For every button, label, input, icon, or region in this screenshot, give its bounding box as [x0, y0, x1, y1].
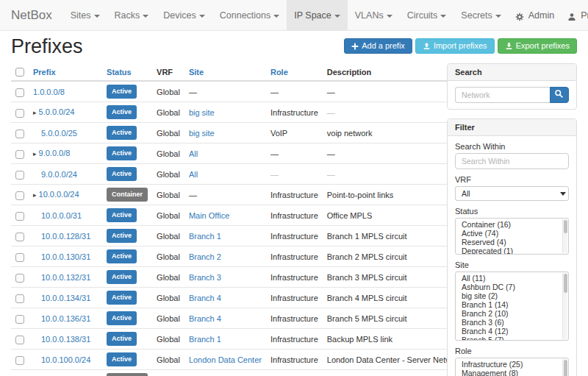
nav-item-vlans[interactable]: VLANs [348, 0, 400, 31]
nav-item-sites[interactable]: Sites [63, 0, 107, 31]
nav-item-circuits[interactable]: Circuits [400, 0, 454, 31]
nav-item-racks[interactable]: Racks [107, 0, 157, 31]
prefix-link[interactable]: 9.0.0.0/8 [39, 149, 71, 157]
row-checkbox[interactable] [15, 88, 24, 97]
table-row: ▸10.0.0.0/24ContainerGlobal—Infrastructu… [11, 185, 467, 205]
list-option[interactable]: Branch 4 (12) [456, 327, 568, 336]
prefix-link[interactable]: 10.0.0.0/24 [39, 190, 79, 199]
list-option[interactable]: Deprecated (1) [456, 246, 568, 255]
list-option[interactable]: Branch 5 (7) [456, 336, 568, 341]
status-badge: Active [107, 270, 137, 284]
site-link[interactable]: Main Office [189, 211, 229, 220]
site-link[interactable]: Branch 3 [189, 273, 221, 282]
list-option[interactable]: All (11) [456, 274, 568, 283]
add-a-prefix-button[interactable]: Add a prefix [344, 38, 412, 54]
status-listbox[interactable]: Container (16)Active (74)Reserved (4)Dep… [455, 218, 569, 255]
prefix-link[interactable]: 1.0.0.0/8 [33, 88, 65, 96]
row-checkbox[interactable] [15, 336, 24, 344]
scrollbar[interactable] [562, 359, 567, 376]
list-option[interactable]: Branch 2 (10) [456, 309, 568, 318]
prefix-link[interactable]: 10.0.0.136/31 [41, 314, 90, 323]
prefix-link[interactable]: 10.0.0.128/31 [41, 232, 90, 241]
prefix-link[interactable]: 10.0.0.130/31 [41, 252, 90, 261]
table-header-row: PrefixStatusVRFSiteRoleDescription [11, 63, 467, 81]
search-button[interactable] [550, 87, 569, 103]
column-sort-link[interactable]: Prefix [33, 68, 56, 77]
prefix-cell: ▸10.0.0.0/24 [29, 185, 102, 205]
list-option[interactable]: Management (8) [456, 369, 568, 376]
scrollbar-thumb[interactable] [564, 220, 567, 233]
status-cell: Active [102, 123, 152, 143]
nav-item-ip-space[interactable]: IP Space [287, 0, 348, 31]
nav-link-admin[interactable]: Admin [509, 0, 561, 30]
expand-arrow-icon: ▸ [33, 191, 37, 199]
column-sort-link[interactable]: Status [107, 68, 132, 77]
row-checkbox[interactable] [15, 212, 24, 221]
prefix-link[interactable]: 10.0.0.134/31 [41, 294, 90, 302]
row-checkbox[interactable] [15, 109, 24, 118]
nav-item-devices[interactable]: Devices [156, 0, 212, 31]
select-all-checkbox[interactable] [15, 68, 24, 77]
scrollbar-thumb[interactable] [564, 360, 567, 376]
import-prefixes-button[interactable]: Import prefixes [415, 38, 495, 54]
list-option[interactable]: big site (2) [456, 291, 568, 300]
site-link[interactable]: Branch 1 [189, 335, 221, 344]
row-checkbox[interactable] [15, 130, 24, 138]
row-checkbox[interactable] [15, 315, 24, 324]
search-input[interactable] [455, 87, 550, 103]
search-within-input[interactable] [455, 153, 569, 169]
row-checkbox-cell [11, 288, 29, 308]
row-checkbox[interactable] [15, 253, 24, 262]
prefix-link[interactable]: 9.0.0.0/24 [41, 170, 77, 179]
nav-item-connections[interactable]: Connections [212, 0, 287, 31]
nav-link-label: Admin [528, 10, 554, 21]
site-link[interactable]: Branch 4 [189, 294, 221, 302]
row-checkbox-cell [11, 267, 29, 288]
scrollbar[interactable] [562, 219, 567, 253]
site-link[interactable]: Branch 1 [189, 232, 221, 241]
row-checkbox[interactable] [15, 191, 24, 200]
site-link[interactable]: big site [189, 129, 215, 138]
site-listbox[interactable]: All (11)Ashburn DC (7)big site (2)Branch… [455, 272, 569, 341]
nav-link-profile[interactable]: Profile [561, 0, 588, 30]
prefix-link[interactable]: 10.0.0.132/31 [41, 273, 90, 282]
row-checkbox-cell [11, 205, 29, 226]
prefix-link[interactable]: 5.0.0.0/25 [41, 129, 77, 138]
row-checkbox-cell [11, 226, 29, 246]
column-sort-link[interactable]: Role [270, 68, 288, 77]
site-link[interactable]: All [189, 170, 198, 179]
role-listbox[interactable]: Infrastructure (25)Management (8)Private… [455, 358, 569, 376]
list-option[interactable]: Infrastructure (25) [456, 360, 568, 369]
prefix-link[interactable]: 10.0.100.0/24 [41, 355, 90, 364]
prefix-link[interactable]: 10.0.0.0/31 [41, 211, 82, 220]
list-option[interactable]: Reserved (4) [456, 238, 568, 246]
site-link[interactable]: All [189, 149, 198, 158]
prefix-link[interactable]: 10.0.0.138/31 [41, 335, 90, 344]
row-checkbox[interactable] [15, 274, 24, 283]
list-option[interactable]: Active (74) [456, 229, 568, 238]
chevron-down-icon [199, 15, 205, 18]
row-checkbox[interactable] [15, 150, 24, 159]
list-option[interactable]: Branch 3 (6) [456, 318, 568, 327]
export-prefixes-button[interactable]: Export prefixes [498, 38, 577, 54]
site-link[interactable]: big site [189, 108, 215, 117]
app-brand[interactable]: NetBox [0, 0, 63, 30]
nav-item-secrets[interactable]: Secrets [453, 0, 508, 31]
prefix-link[interactable]: 5.0.0.0/24 [39, 107, 75, 116]
site-link[interactable]: London Data Center [189, 355, 262, 364]
column-sort-link[interactable]: Site [189, 68, 204, 77]
row-checkbox[interactable] [15, 171, 24, 180]
site-link[interactable]: Branch 4 [189, 314, 221, 323]
row-checkbox[interactable] [15, 356, 24, 365]
row-checkbox[interactable] [15, 294, 24, 303]
vrf-select[interactable]: All [455, 186, 569, 201]
role-cell: — [266, 370, 323, 376]
site-link[interactable]: Branch 2 [189, 252, 221, 261]
scrollbar-thumb[interactable] [564, 274, 567, 293]
list-option[interactable]: Ashburn DC (7) [456, 283, 568, 291]
list-option[interactable]: Container (16) [456, 220, 568, 229]
status-badge: Active [107, 126, 137, 140]
list-option[interactable]: Branch 1 (14) [456, 300, 568, 309]
scrollbar[interactable] [562, 273, 567, 339]
row-checkbox[interactable] [15, 233, 24, 241]
